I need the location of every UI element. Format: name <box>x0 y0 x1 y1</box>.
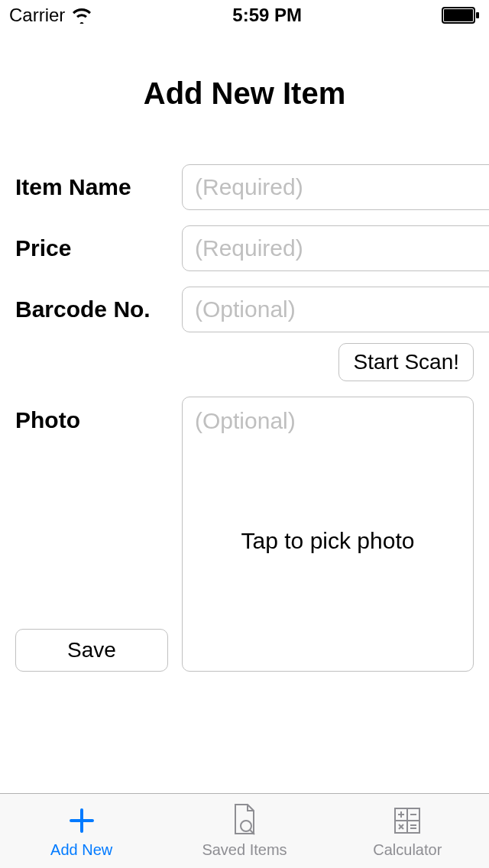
status-left: Carrier <box>9 5 92 26</box>
label-price: Price <box>15 235 168 261</box>
page-title: Add New Item <box>15 76 474 111</box>
label-barcode: Barcode No. <box>15 296 168 322</box>
page-content: Add New Item Item Name Price Barcode No.… <box>0 76 489 672</box>
tab-calculator-label: Calculator <box>373 841 442 859</box>
svg-rect-2 <box>476 12 479 18</box>
tab-add-new[interactable]: Add New <box>0 794 163 868</box>
tab-saved-items[interactable]: Saved Items <box>163 794 325 868</box>
row-barcode: Barcode No. <box>15 287 474 332</box>
input-item-name[interactable] <box>182 164 489 210</box>
svg-point-3 <box>241 821 251 831</box>
row-price: Price <box>15 225 474 271</box>
wifi-icon <box>71 7 92 24</box>
row-item-name: Item Name <box>15 164 474 210</box>
plus-icon <box>66 803 97 838</box>
photo-hint: Tap to pick photo <box>183 434 473 671</box>
photo-placeholder: (Optional) <box>183 397 473 434</box>
label-photo: Photo <box>15 397 168 433</box>
label-item-name: Item Name <box>15 174 168 200</box>
carrier-label: Carrier <box>9 5 65 26</box>
row-photo: Photo Save (Optional) Tap to pick photo <box>15 397 474 672</box>
tab-calculator[interactable]: Calculator <box>326 794 489 868</box>
start-scan-button[interactable]: Start Scan! <box>338 343 474 381</box>
document-search-icon <box>229 803 260 838</box>
input-price[interactable] <box>182 225 489 271</box>
status-bar: Carrier 5:59 PM <box>0 0 489 31</box>
tab-bar: Add New Saved Items Calculator <box>0 793 489 868</box>
battery-icon <box>442 7 480 24</box>
photo-left-col: Photo Save <box>15 397 168 672</box>
tab-saved-items-label: Saved Items <box>202 841 287 859</box>
row-scan: Start Scan! <box>15 343 474 381</box>
input-barcode[interactable] <box>182 287 489 332</box>
svg-rect-1 <box>444 9 473 21</box>
tab-add-new-label: Add New <box>50 841 112 859</box>
clock-label: 5:59 PM <box>232 5 302 26</box>
save-button[interactable]: Save <box>15 629 168 672</box>
photo-picker[interactable]: (Optional) Tap to pick photo <box>182 397 474 672</box>
calculator-icon <box>392 803 423 838</box>
